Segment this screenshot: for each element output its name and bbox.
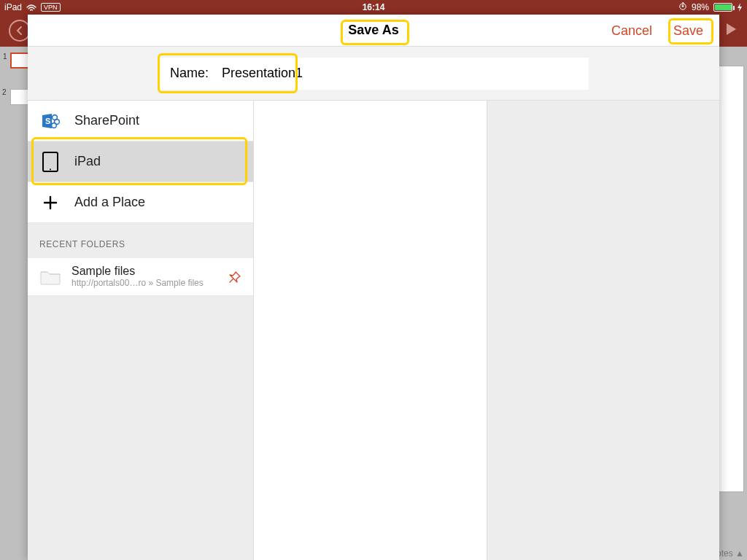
place-label: SharePoint: [74, 113, 139, 128]
detail-column: [487, 101, 719, 560]
battery-icon: [713, 3, 732, 12]
pin-icon[interactable]: [228, 271, 241, 284]
slideshow-button[interactable]: [724, 22, 738, 39]
modal-title: Save As: [348, 23, 398, 38]
place-add[interactable]: Add a Place: [28, 182, 253, 223]
place-label: Add a Place: [74, 195, 145, 210]
svg-rect-6: [43, 152, 58, 171]
places-column: S SharePoint iPad: [28, 101, 254, 560]
sharepoint-icon: S: [39, 112, 61, 131]
save-button[interactable]: Save: [663, 15, 713, 47]
ipad-icon: [39, 152, 61, 172]
place-ipad[interactable]: iPad: [28, 141, 253, 182]
filename-input[interactable]: [222, 66, 577, 81]
svg-rect-1: [682, 5, 684, 7]
folder-icon: [39, 268, 61, 286]
status-time: 16:14: [363, 2, 385, 12]
place-sharepoint[interactable]: S SharePoint: [28, 101, 253, 141]
recent-folder-row[interactable]: Sample files http://portals00…ro » Sampl…: [28, 258, 253, 296]
recent-folder-title: Sample files: [71, 265, 218, 278]
cancel-button[interactable]: Cancel: [601, 15, 662, 47]
filename-section: Name:: [28, 47, 719, 101]
wifi-icon: [26, 4, 36, 11]
filename-field[interactable]: Name:: [158, 58, 589, 90]
svg-text:S: S: [45, 117, 50, 125]
svg-point-7: [50, 168, 51, 170]
battery-percentage: 98%: [692, 2, 709, 12]
plus-icon: [39, 195, 61, 211]
ios-status-bar: iPad VPN 16:14 98%: [0, 0, 747, 15]
recent-folders-header: RECENT FOLDERS: [28, 223, 253, 258]
place-label: iPad: [74, 154, 101, 169]
save-as-modal: Save As Cancel Save Name: S Sh: [28, 15, 719, 560]
vpn-badge: VPN: [41, 3, 61, 12]
charging-icon: [737, 3, 743, 12]
modal-header: Save As Cancel Save: [28, 15, 719, 47]
file-list-column: [254, 101, 487, 560]
orientation-lock-icon: [678, 2, 687, 13]
recent-folder-subtitle: http://portals00…ro » Sample files: [71, 279, 218, 289]
device-label: iPad: [4, 2, 22, 12]
filename-label: Name:: [170, 66, 209, 81]
svg-point-5: [52, 122, 57, 128]
